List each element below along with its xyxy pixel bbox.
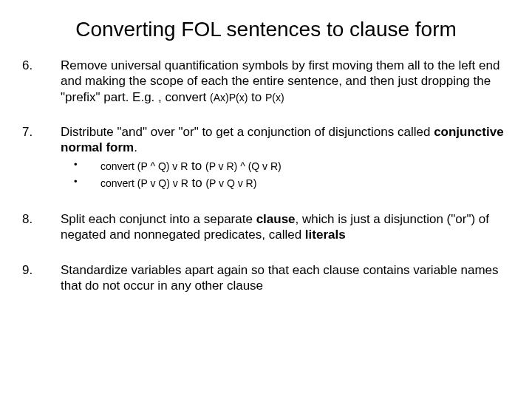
item-number: 7. xyxy=(22,124,61,156)
sub-text: convert xyxy=(100,160,137,172)
bold-term: literals xyxy=(305,228,346,242)
bullet-icon: • xyxy=(61,158,100,175)
list-item-9: 9. Standardize variables apart again so … xyxy=(22,262,510,294)
item-body: Remove universal quantification symbols … xyxy=(61,58,510,105)
formula: (Ax)P(x) xyxy=(210,92,248,103)
formula: (P v R) ^ (Q v R) xyxy=(205,160,282,172)
item-number: 6. xyxy=(22,58,61,105)
formula: (P v Q v R) xyxy=(205,177,256,189)
list-item-7: 7. Distribute "and" over "or" to get a c… xyxy=(22,124,510,156)
item-text: Distribute "and" over "or" to get a conj… xyxy=(61,125,434,139)
slide: Converting FOL sentences to clause form … xyxy=(0,0,532,399)
list-item-8: 8. Split each conjunct into a separate c… xyxy=(22,211,510,243)
item-text: . xyxy=(134,140,137,154)
sub-text: to xyxy=(188,159,205,173)
item-body: Standardize variables apart again so tha… xyxy=(61,262,510,294)
item-number: 8. xyxy=(22,211,61,243)
item-text: to xyxy=(248,90,265,104)
sub-text: to xyxy=(188,176,206,190)
formula: (P v Q) v R xyxy=(137,177,188,189)
sub-text: convert xyxy=(100,177,137,189)
item-number: 9. xyxy=(22,262,61,294)
sub-list: • convert (P ^ Q) v R to (P v R) ^ (Q v … xyxy=(61,158,510,192)
sub-list-item: • convert (P v Q) v R to (P v Q v R) xyxy=(61,175,510,192)
item-body: Split each conjunct into a separate clau… xyxy=(61,211,510,243)
formula: P(x) xyxy=(265,92,284,103)
sub-list-item: • convert (P ^ Q) v R to (P v R) ^ (Q v … xyxy=(61,158,510,175)
item-text: Split each conjunct into a separate xyxy=(61,212,256,226)
slide-title: Converting FOL sentences to clause form xyxy=(22,18,510,41)
formula: (P ^ Q) v R xyxy=(137,160,188,172)
sub-item-body: convert (P ^ Q) v R to (P v R) ^ (Q v R) xyxy=(100,158,510,175)
sub-item-body: convert (P v Q) v R to (P v Q v R) xyxy=(100,175,510,192)
bold-term: clause xyxy=(256,212,296,226)
list-item-6: 6. Remove universal quantification symbo… xyxy=(22,58,510,105)
bullet-icon: • xyxy=(61,175,100,192)
item-body: Distribute "and" over "or" to get a conj… xyxy=(61,124,510,156)
